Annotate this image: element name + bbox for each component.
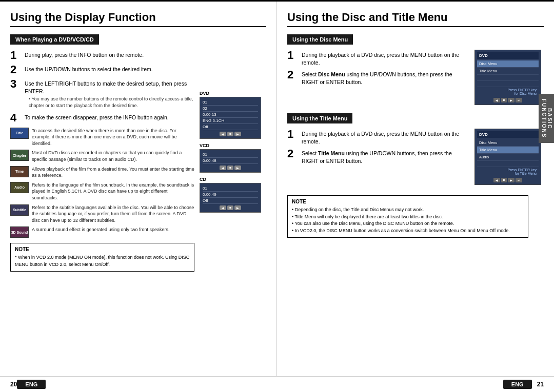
- time-desc: Allows playback of the film from a desir…: [32, 166, 194, 179]
- right-note-bullet-2: • Title Menu will only be displayed if t…: [292, 214, 524, 221]
- left-note-text: * When in VCD 2.0 mode (MENU ON mode), t…: [15, 254, 190, 268]
- left-note-title: NOTE: [15, 246, 190, 252]
- title-menu-row-1: Disc Menu: [477, 139, 539, 147]
- disc-menu-row-4: [477, 81, 539, 87]
- title-dbtn-4: ↩: [516, 178, 522, 182]
- dvd-row-4: ENG 5.1CH: [203, 118, 258, 124]
- title-dbtn-2: ■: [501, 178, 507, 182]
- cd-btn-2: ■: [227, 205, 233, 210]
- time-icon: Time: [10, 166, 29, 177]
- title-btn-row: ◀ ■ ▶ ↩: [477, 178, 539, 182]
- right-page-num: 21: [537, 381, 544, 388]
- disc-menu-steps: 1 During the playback of a DVD disc, pre…: [287, 50, 469, 105]
- title-step-1: 1 During the playback of a DVD disc, pre…: [287, 129, 469, 145]
- step-1-text: During play, press the INFO button on th…: [25, 50, 144, 59]
- info-3dsound: 3D Sound A surround sound effect is gene…: [10, 226, 194, 238]
- right-eng-badge: ENG: [503, 380, 532, 389]
- left-section-header: When Playing a DVD/VCD/CD: [10, 34, 99, 45]
- step-3: 3 Use the LEFT/RIGHT buttons to make the…: [10, 78, 194, 109]
- disc-step-1-text: During the playback of a DVD disc, press…: [302, 50, 469, 66]
- step-4: 4 To make the screen disappear, press th…: [10, 112, 194, 123]
- title-dbtn-3: ▶: [508, 178, 515, 182]
- sound3d-desc: A surround sound effect is generated usi…: [32, 226, 170, 233]
- cd-row-3: Off: [203, 198, 258, 204]
- disc-step-1: 1 During the playback of a DVD disc, pre…: [287, 50, 469, 66]
- disc-menu-screen: DVD Disc Menu Title Menu Press ENTER key…: [474, 50, 541, 105]
- left-steps: 1 During play, press the INFO button on …: [10, 50, 194, 272]
- left-section: Using the Display Function When Playing …: [0, 2, 277, 376]
- title-step-2-text: Select Title Menu using the UP/DOWN butt…: [302, 148, 469, 164]
- disc-menu-row-3: [477, 75, 539, 81]
- dvd-btn-2: ■: [227, 132, 233, 136]
- title-screen-header: DVD: [477, 131, 539, 138]
- right-section: Using the Disc and Title Menu BASICFUNCT…: [277, 2, 554, 376]
- disc-dbtn-1: ◀: [493, 98, 500, 102]
- step-3-bullet: You may use the number buttons of the re…: [25, 96, 194, 109]
- disc-dbtn-2: ■: [501, 98, 507, 102]
- title-menu-screen-col: DVD Disc Menu Title Menu Audio Press ENT…: [474, 129, 544, 185]
- info-rows: Title To access the desired title when t…: [10, 128, 194, 238]
- right-note-bullet-1: • Depending on the disc, the Title and D…: [292, 207, 524, 214]
- dvd-row-5: Off: [203, 124, 258, 130]
- audio-icon: Audio: [10, 182, 29, 193]
- title-enter-text: Press ENTER keyfor Title Menu: [477, 167, 539, 176]
- disc-menu-header: Using the Disc Menu: [287, 34, 353, 45]
- dvd-label: DVD: [200, 91, 266, 96]
- cd-panel: 01 0:00:49 Off ◀ ■ ▶: [200, 183, 261, 213]
- info-subtitle: Subtitle Refers to the subtitle language…: [10, 204, 194, 224]
- left-eng-badge: ENG: [17, 380, 46, 389]
- subtitle-desc: Refers to the subtitle languages availab…: [32, 204, 194, 224]
- title-menu-screen: DVD Disc Menu Title Menu Audio Press ENT…: [474, 129, 541, 185]
- title-menu-row-2: Title Menu: [477, 147, 539, 154]
- disc-menu-row-2: Title Menu: [477, 68, 539, 75]
- disc-btn-row: ◀ ■ ▶ ↩: [477, 98, 539, 102]
- right-note-bullet-4: • In VCD2.0, the DISC MENU button works …: [292, 228, 524, 235]
- dvd-btn-1: ◀: [220, 132, 226, 136]
- step-3-text: Use the LEFT/RIGHT buttons to make the d…: [25, 78, 194, 95]
- footer: 20 ENG ENG 21: [0, 376, 554, 392]
- disc-dbtn-4: ↩: [516, 98, 522, 102]
- vcd-row-2: 0:00:48: [203, 158, 258, 164]
- disc-menu-row-1: Disc Menu: [477, 60, 539, 68]
- cd-row-1: 01: [203, 185, 258, 192]
- chapter-icon: Chapter: [10, 150, 29, 161]
- title-desc: To access the desired title when there i…: [32, 128, 194, 147]
- disc-step-2: 2 Select Disc Menu using the UP/DOWN but…: [287, 69, 469, 86]
- display-panels: DVD 01 02 0:00:13 ENG 5.1CH Off ◀ ■ ▶: [200, 50, 266, 272]
- dvd-panel: 01 02 0:00:13 ENG 5.1CH Off ◀ ■ ▶: [200, 97, 261, 139]
- title-menu-content: 1 During the playback of a DVD disc, pre…: [287, 129, 544, 185]
- right-note-bullets: • Depending on the disc, the Title and D…: [292, 207, 524, 234]
- cd-row-2: 0:00:49: [203, 192, 258, 198]
- right-note-box: NOTE • Depending on the disc, the Title …: [287, 195, 528, 238]
- info-title: Title To access the desired title when t…: [10, 128, 194, 147]
- vcd-row-1: 01: [203, 152, 258, 158]
- sound3d-icon: 3D Sound: [10, 226, 29, 238]
- dvd-btn-3: ▶: [234, 132, 241, 136]
- vcd-btn-1: ◀: [220, 166, 226, 170]
- left-title: Using the Display Function: [10, 11, 266, 27]
- step-4-text: To make the screen disappear, press the …: [25, 112, 169, 121]
- step-2-text: Use the UP/DOWN buttons to select the de…: [25, 64, 153, 73]
- title-icon: Title: [10, 128, 29, 139]
- subtitle-icon: Subtitle: [10, 204, 29, 216]
- cd-label: CD: [200, 177, 266, 182]
- disc-enter-text: Press ENTER keyfor Disc Menu: [477, 87, 539, 96]
- title-menu-subsection: Using the Title Menu 1 During the playba…: [287, 113, 544, 185]
- basic-functions-tab: BASICFUNCTIONS: [539, 94, 554, 143]
- info-chapter: Chapter Most of DVD discs are recorded i…: [10, 150, 194, 162]
- dvd-btn-row: ◀ ■ ▶: [203, 132, 258, 136]
- vcd-panel: 01 0:00:48 ◀ ■ ▶: [200, 149, 261, 173]
- disc-menu-content: 1 During the playback of a DVD disc, pre…: [287, 50, 544, 105]
- audio-desc: Refers to the language of the film sound…: [32, 182, 194, 201]
- disc-menu-screen-col: DVD Disc Menu Title Menu Press ENTER key…: [474, 50, 544, 105]
- title-menu-row-3: Audio: [477, 154, 539, 161]
- title-dbtn-1: ◀: [493, 178, 500, 182]
- vcd-label: VCD: [200, 143, 266, 148]
- left-note-box: NOTE * When in VCD 2.0 mode (MENU ON mod…: [10, 243, 194, 272]
- left-page-num: 20: [10, 381, 17, 388]
- title-step-1-text: During the playback of a DVD disc, press…: [302, 129, 469, 145]
- info-time: Time Allows playback of the film from a …: [10, 166, 194, 179]
- right-title: Using the Disc and Title Menu: [287, 11, 544, 27]
- step-2: 2 Use the UP/DOWN buttons to select the …: [10, 64, 194, 75]
- title-menu-header: Using the Title Menu: [287, 113, 352, 123]
